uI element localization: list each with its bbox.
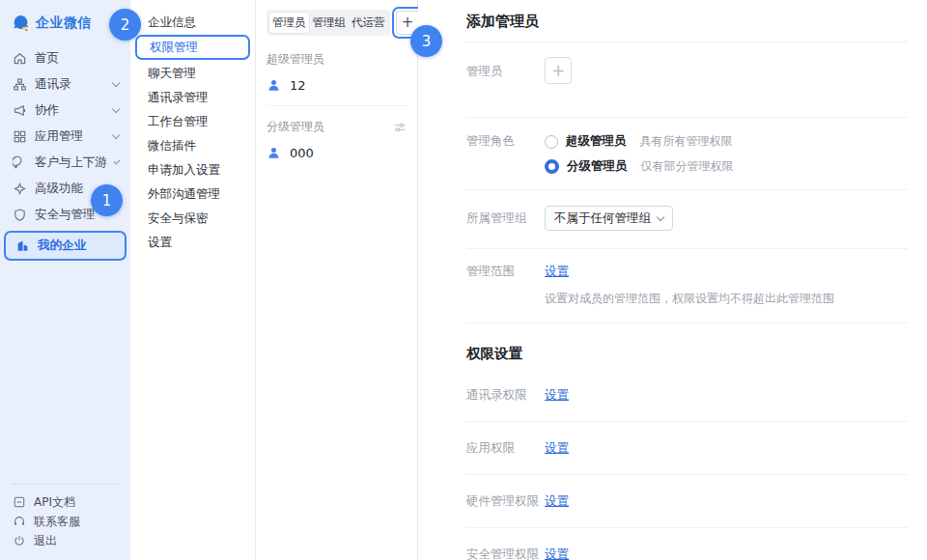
tab-admin-groups[interactable]: 管理组	[310, 12, 350, 34]
sidebar-item-logout[interactable]: 退出	[0, 531, 130, 550]
sidebar-item-collaboration[interactable]: 协作	[0, 98, 130, 124]
permission-row-hardware: 硬件管理权限 设置	[466, 475, 908, 528]
sidebar-item-api-docs[interactable]: API文档	[0, 492, 130, 512]
radio-icon[interactable]	[545, 135, 558, 149]
person-icon	[267, 146, 281, 160]
hardware-permission-settings-link[interactable]: 设置	[545, 493, 569, 510]
scope-label: 管理范围	[466, 264, 545, 307]
admin-group-value: 不属于任何管理组	[554, 210, 651, 227]
role-row: 管理角色 超级管理员 具有所有管理权限 分级管理员 仅有部分管理权限	[466, 118, 908, 190]
permission-label: 安全管理权限	[466, 546, 545, 560]
scope-content: 设置 设置对成员的管理范围，权限设置均不得超出此管理范围	[545, 264, 834, 307]
sidebar-item-label: 我的企业	[38, 238, 86, 254]
tab-agent-ops[interactable]: 代运营	[349, 12, 388, 34]
submenu-item-join-settings[interactable]: 申请加入设置	[130, 157, 255, 182]
person-icon	[267, 78, 281, 93]
group-title-label: 超级管理员	[267, 51, 324, 68]
document-icon	[13, 495, 26, 509]
sidebar-item-label: 通讯录	[35, 76, 71, 93]
submenu-item-contacts-management[interactable]: 通讯录管理	[130, 85, 255, 109]
permission-row-contacts: 通讯录权限 设置	[466, 369, 908, 422]
annotation-step-2: 2	[109, 9, 141, 41]
radio-super-admin[interactable]: 超级管理员 具有所有管理权限	[545, 133, 734, 150]
sidebar-footer: API文档 联系客服 退出	[0, 484, 130, 550]
group-title-label: 分级管理员	[267, 119, 324, 135]
radio-label: 超级管理员	[566, 133, 627, 150]
filter-sliders-icon[interactable]	[393, 121, 407, 134]
contacts-permission-settings-link[interactable]: 设置	[545, 387, 569, 404]
radio-label: 分级管理员	[567, 158, 628, 175]
footer-item-label: API文档	[34, 494, 75, 511]
super-admin-count-row[interactable]: 12	[267, 78, 407, 93]
role-label: 管理角色	[466, 133, 545, 175]
level-admin-group-title: 分级管理员	[267, 119, 407, 135]
admin-list-panel: 管理员 管理组 代运营 + 超级管理员 12 分级管理员	[256, 0, 418, 560]
shield-icon	[13, 208, 27, 222]
level-admin-count: 000	[290, 146, 314, 160]
chevron-down-icon	[657, 212, 664, 220]
admin-label: 管理员	[466, 57, 545, 80]
radio-level-admin[interactable]: 分级管理员 仅有部分管理权限	[545, 158, 734, 175]
sidebar-item-label: 高级功能	[35, 181, 83, 197]
sidebar-item-label: 首页	[35, 50, 59, 67]
sidebar-item-home[interactable]: 首页	[0, 45, 130, 71]
radio-desc: 具有所有管理权限	[640, 133, 733, 150]
chevron-down-icon	[112, 131, 120, 139]
sidebar-item-support[interactable]: 联系客服	[0, 512, 130, 531]
home-icon	[13, 51, 27, 66]
sidebar-item-my-company[interactable]: 我的企业	[4, 231, 126, 261]
footer-item-label: 联系客服	[34, 514, 80, 530]
admin-group-row: 所属管理组 不属于任何管理组	[466, 190, 908, 249]
role-options: 超级管理员 具有所有管理权限 分级管理员 仅有部分管理权限	[545, 133, 734, 175]
admin-picker-row: 管理员 +	[466, 42, 908, 118]
permission-label: 应用权限	[466, 440, 545, 457]
add-member-button[interactable]: +	[545, 57, 572, 84]
tab-administrators[interactable]: 管理员	[268, 12, 310, 34]
scope-settings-link[interactable]: 设置	[545, 264, 834, 280]
security-permission-settings-link[interactable]: 设置	[545, 546, 569, 560]
contacts-icon	[13, 77, 27, 92]
brand-name: 企业微信	[36, 14, 92, 32]
submenu-item-wechat-plugin[interactable]: 微信插件	[130, 133, 255, 157]
admin-tabbar: 管理员 管理组 代运营 +	[267, 7, 407, 39]
submenu-item-external-comm[interactable]: 外部沟通管理	[130, 182, 255, 206]
page-title: 添加管理员	[466, 0, 908, 42]
company-icon	[15, 238, 30, 253]
chevron-down-icon	[112, 105, 120, 113]
submenu-item-chat-management[interactable]: 聊天管理	[130, 61, 255, 85]
level-admin-count-row[interactable]: 000	[267, 146, 407, 160]
settings-submenu: 企业信息 权限管理 聊天管理 通讯录管理 工作台管理 微信插件 申请加入设置 外…	[130, 0, 256, 560]
submenu-item-workbench-management[interactable]: 工作台管理	[130, 109, 255, 133]
scope-description: 设置对成员的管理范围，权限设置均不得超出此管理范围	[545, 291, 834, 307]
annotation-step-3: 3	[410, 25, 442, 57]
chevron-down-icon	[113, 157, 120, 164]
submenu-item-company-info[interactable]: 企业信息	[130, 10, 255, 34]
chevron-down-icon	[112, 79, 120, 87]
scope-row: 管理范围 设置 设置对成员的管理范围，权限设置均不得超出此管理范围	[466, 249, 908, 323]
wecom-admin-window: 企业微信 首页 通讯录 协作	[0, 0, 927, 560]
power-icon	[13, 534, 26, 547]
submenu-item-settings[interactable]: 设置	[130, 230, 255, 254]
admin-group-label: 所属管理组	[466, 210, 545, 227]
megaphone-icon	[13, 103, 27, 118]
tab-group: 管理员 管理组 代运营	[267, 10, 390, 36]
footer-item-label: 退出	[34, 533, 57, 549]
sidebar-item-label: 应用管理	[35, 128, 83, 145]
app-permission-settings-link[interactable]: 设置	[545, 440, 569, 457]
submenu-item-security-privacy[interactable]: 安全与保密	[130, 206, 255, 230]
sidebar-item-contacts[interactable]: 通讯录	[0, 71, 130, 98]
radio-icon-checked[interactable]	[545, 159, 559, 174]
permission-label: 硬件管理权限	[466, 493, 545, 510]
sidebar-item-customers[interactable]: 客户与上下游	[0, 150, 130, 176]
sidebar-item-apps[interactable]: 应用管理	[0, 124, 130, 150]
admin-group-select[interactable]: 不属于任何管理组	[545, 206, 673, 231]
wecom-logo-icon	[12, 14, 30, 32]
chat-bubble-icon	[13, 155, 27, 170]
sparkle-icon	[13, 182, 27, 196]
divider	[267, 105, 407, 106]
permission-row-apps: 应用权限 设置	[466, 422, 908, 475]
submenu-item-permission-management[interactable]: 权限管理	[135, 35, 250, 60]
sidebar: 企业微信 首页 通讯录 协作	[0, 0, 130, 560]
divider	[12, 484, 119, 485]
super-admin-count: 12	[290, 78, 306, 93]
